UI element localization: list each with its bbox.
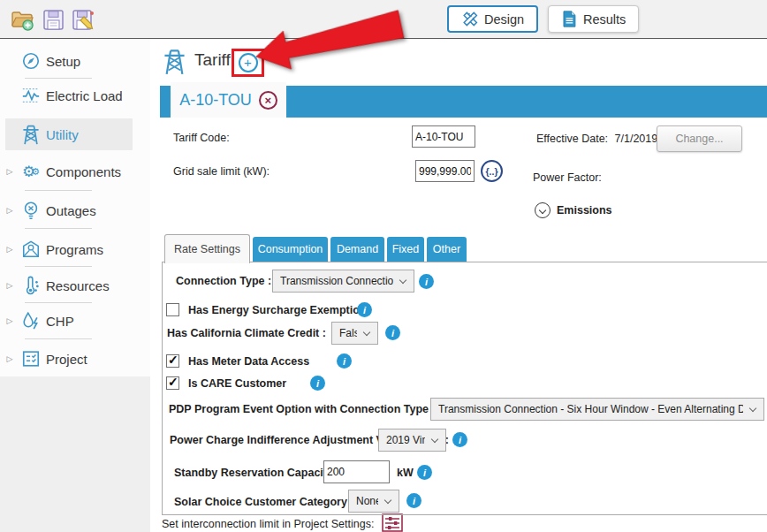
sidebar-item-components[interactable]: ▷ ⚙⚙ Components	[0, 156, 140, 187]
surcharge-label: Has Energy Surcharge Exemption	[188, 304, 366, 316]
close-tab-icon[interactable]: ×	[259, 91, 277, 110]
tariff-tower-icon	[163, 48, 186, 75]
sidebar-background	[0, 376, 150, 532]
pdp-option-select[interactable]: Transmission Connection - Six Hour Windo…	[430, 398, 764, 421]
sidebar-item-outages[interactable]: ▷ Outages	[0, 194, 140, 226]
sidebar-item-label: Resources	[46, 278, 110, 293]
connection-type-select[interactable]: Transmission Connection	[272, 270, 414, 293]
info-icon[interactable]: i	[337, 353, 352, 369]
effective-date: Effective Date: 7/1/2019	[536, 133, 657, 145]
gears-icon: ⚙⚙	[19, 164, 42, 179]
interconnection-note: Set interconnection limit in Project Set…	[162, 518, 374, 530]
sidebar-item-utility[interactable]: Utility	[5, 118, 133, 150]
thermometer-icon	[19, 276, 42, 295]
design-label: Design	[484, 12, 524, 27]
outage-bulb-icon	[19, 201, 42, 220]
sidebar-divider	[25, 338, 92, 339]
info-icon[interactable]: i	[385, 325, 400, 340]
chp-flame-bolt-icon	[19, 311, 42, 331]
pcia-vintage-select[interactable]: 2019 Vintage	[378, 429, 446, 452]
sidebar-item-project[interactable]: ▷ Project	[0, 343, 140, 375]
standby-capacity-unit: kW	[397, 467, 414, 479]
sidebar-divider	[25, 266, 92, 267]
tariff-code-label: Tariff Code:	[173, 132, 230, 144]
tab-consumption[interactable]: Consumption	[253, 237, 328, 262]
sensitivity-values-button[interactable]: {..}	[481, 160, 503, 182]
expand-arrow-icon[interactable]: ▷	[0, 354, 19, 363]
tab-fixed[interactable]: Fixed	[387, 237, 424, 262]
tab-rate-settings[interactable]: Rate Settings	[164, 234, 250, 263]
care-customer-checkbox[interactable]	[166, 376, 179, 390]
pdp-option-value: Transmission Connection - Six Hour Windo…	[438, 403, 743, 415]
sidebar-divider	[25, 228, 92, 229]
care-customer-label: Is CARE Customer	[188, 377, 286, 390]
info-icon[interactable]: i	[452, 432, 467, 447]
results-label: Results	[583, 12, 626, 27]
chevron-down-icon	[399, 277, 406, 284]
chevron-down-icon	[363, 329, 370, 336]
sidebar-item-programs[interactable]: ▷ Programs	[0, 233, 140, 265]
emissions-expander[interactable]	[535, 202, 551, 218]
expand-arrow-icon[interactable]: ▷	[0, 316, 19, 325]
transmission-tower-icon	[19, 124, 42, 145]
expand-arrow-icon[interactable]: ▷	[0, 206, 19, 215]
sidebar-item-chp[interactable]: ▷ CHP	[0, 305, 140, 337]
tariff-tab-a10tou[interactable]: A-10-TOU ×	[171, 82, 286, 118]
expand-arrow-icon[interactable]: ▷	[0, 167, 19, 176]
standby-capacity-label: Standby Reservation Capacity	[174, 467, 333, 479]
info-icon[interactable]: i	[357, 302, 372, 317]
climate-credit-select[interactable]: False	[331, 322, 378, 345]
info-icon[interactable]: i	[406, 493, 421, 508]
tab-demand[interactable]: Demand	[330, 237, 384, 262]
solar-choice-label: Solar Choice Customer Category :	[174, 496, 354, 508]
standby-capacity-input[interactable]	[323, 460, 390, 483]
connection-type-value: Transmission Connection	[280, 275, 393, 287]
sidebar-item-label: Utility	[46, 127, 79, 142]
expand-arrow-icon[interactable]: ▷	[0, 281, 19, 290]
chevron-down-icon	[431, 436, 438, 443]
sidebar-divider	[25, 78, 92, 79]
app-window: Design Results Setup Electric Load	[0, 0, 767, 532]
page-title: Tariff	[194, 50, 231, 70]
add-tariff-button[interactable]: +	[239, 53, 258, 72]
program-envelope-icon	[19, 239, 42, 259]
save-as-icon[interactable]	[72, 8, 95, 32]
sidebar-item-label: Electric Load	[46, 88, 123, 103]
grid-sale-limit-input[interactable]	[415, 160, 475, 182]
sidebar-item-electric-load[interactable]: Electric Load	[0, 80, 140, 111]
sidebar-item-label: Project	[46, 352, 87, 367]
sidebar-item-setup[interactable]: Setup	[0, 45, 140, 77]
sidebar-item-label: Components	[46, 164, 121, 179]
effective-date-label: Effective Date:	[536, 133, 608, 145]
emissions-label: Emissions	[557, 204, 612, 217]
expand-arrow-icon[interactable]: ▷	[0, 245, 19, 254]
info-icon[interactable]: i	[419, 274, 434, 289]
project-settings-icon[interactable]	[382, 513, 403, 532]
save-icon[interactable]	[42, 8, 65, 32]
grid-sale-limit-label: Grid sale limit (kW):	[173, 165, 270, 178]
change-date-button[interactable]: Change...	[657, 125, 742, 152]
effective-date-value: 7/1/2019	[615, 133, 658, 145]
sidebar-divider	[25, 190, 92, 191]
sidebar-item-resources[interactable]: ▷ Resources	[0, 270, 140, 301]
pcia-vintage-value: 2019 Vintage	[386, 434, 425, 446]
info-icon[interactable]: i	[417, 465, 432, 480]
meter-access-checkbox[interactable]	[166, 354, 179, 368]
project-checklist-icon	[19, 349, 42, 369]
tariff-code-input[interactable]	[412, 125, 475, 148]
surcharge-checkbox[interactable]	[166, 303, 179, 316]
info-icon[interactable]: i	[310, 376, 325, 391]
solar-choice-select[interactable]: None	[348, 490, 399, 513]
connection-type-label: Connection Type :	[176, 275, 271, 287]
results-button[interactable]: Results	[548, 5, 639, 33]
sidebar-divider	[25, 302, 92, 303]
sidebar-item-label: Programs	[46, 242, 103, 257]
climate-credit-label: Has California Climate Credit :	[167, 327, 326, 339]
pdp-option-label: PDP Program Event Option with Connection…	[169, 403, 436, 415]
chevron-down-icon	[384, 497, 391, 504]
sidebar-item-label: Setup	[46, 54, 80, 69]
design-button[interactable]: Design	[447, 5, 538, 33]
tab-other[interactable]: Other	[427, 237, 467, 262]
sidebar-item-label: CHP	[46, 314, 74, 329]
open-project-icon[interactable]	[11, 8, 34, 32]
